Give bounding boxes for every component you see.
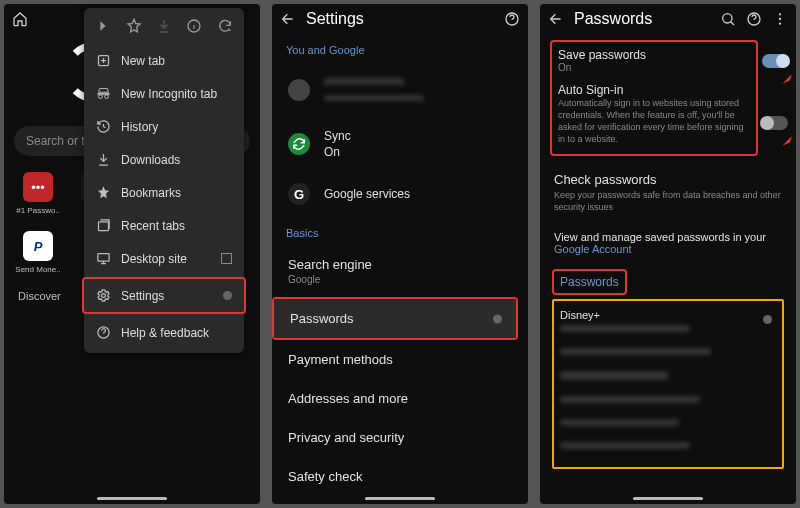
svg-point-7: [723, 14, 732, 23]
svg-rect-3: [98, 254, 109, 262]
more-icon[interactable]: [772, 11, 788, 27]
view-manage-row[interactable]: View and manage saved passwords in your …: [540, 223, 796, 263]
save-passwords-state: On: [558, 62, 750, 73]
saved-password-item[interactable]: [560, 411, 776, 434]
star-icon: [96, 185, 111, 200]
app-label: Send Mone..: [15, 265, 60, 274]
google-services-row[interactable]: G Google services: [272, 171, 528, 217]
passwords-heading: Passwords: [552, 269, 627, 295]
google-icon: G: [288, 183, 310, 205]
payment-methods-row[interactable]: Payment methods: [272, 340, 528, 379]
auto-signin-desc: Automatically sign in to websites using …: [558, 97, 750, 146]
toggle-section-highlight: Save passwords On Auto Sign-in Automatic…: [550, 40, 758, 156]
account-row[interactable]: [272, 62, 528, 117]
passwords-title: Passwords: [574, 10, 652, 28]
menu-quick-actions: [84, 12, 244, 44]
privacy-row[interactable]: Privacy and security: [272, 418, 528, 457]
menu-downloads[interactable]: Downloads: [84, 143, 244, 176]
help-icon[interactable]: [746, 11, 762, 27]
home-indicator: [365, 497, 435, 500]
back-icon[interactable]: [280, 11, 296, 27]
saved-password-item[interactable]: Disney+: [560, 305, 776, 340]
menu-new-incognito[interactable]: New Incognito tab: [84, 77, 244, 110]
saved-passwords-list: Disney+: [552, 299, 784, 469]
section-you-and-google: You and Google: [272, 34, 528, 62]
saved-credential-blurred: [560, 325, 690, 332]
svg-point-10: [779, 18, 781, 20]
row-label: Passwords: [290, 311, 500, 326]
saved-credential-blurred: [560, 442, 690, 449]
menu-label: Bookmarks: [121, 186, 181, 200]
saved-password-item[interactable]: [560, 434, 776, 457]
help-icon: [96, 325, 111, 340]
saved-password-item[interactable]: [560, 388, 776, 411]
sync-row[interactable]: SyncOn: [272, 117, 528, 171]
settings-screen: Settings You and Google SyncOn G Google …: [272, 4, 528, 504]
search-engine-row[interactable]: Search engineGoogle: [272, 245, 528, 297]
star-icon[interactable]: [126, 18, 142, 34]
forward-icon[interactable]: [95, 18, 111, 34]
menu-label: Recent tabs: [121, 219, 185, 233]
menu-new-tab[interactable]: New tab: [84, 44, 244, 77]
row-label: Addresses and more: [288, 391, 512, 406]
row-label: Search engine: [288, 257, 512, 272]
google-account-link[interactable]: Google Account: [554, 243, 632, 255]
menu-help-feedback[interactable]: Help & feedback: [84, 316, 244, 349]
help-icon[interactable]: [504, 11, 520, 27]
gservices-label: Google services: [324, 187, 410, 201]
sync-state: On: [324, 145, 351, 159]
save-passwords-row[interactable]: Save passwords On: [558, 48, 750, 73]
gear-icon: [96, 288, 111, 303]
auto-signin-row[interactable]: Auto Sign-in Automatically sign in to we…: [558, 83, 750, 146]
back-icon[interactable]: [548, 11, 564, 27]
home-indicator: [97, 497, 167, 500]
auto-signin-title: Auto Sign-in: [558, 83, 750, 97]
overflow-menu: New tab New Incognito tab History Downlo…: [84, 8, 244, 353]
passwords-screen: Passwords Save passwords On Auto Sign-in…: [540, 4, 796, 504]
history-icon: [96, 119, 111, 134]
addresses-row[interactable]: Addresses and more: [272, 379, 528, 418]
menu-desktop-site[interactable]: Desktop site: [84, 242, 244, 275]
svg-point-4: [102, 294, 106, 298]
account-email-blurred: [324, 95, 424, 101]
auto-signin-toggle[interactable]: [762, 116, 788, 130]
app-shortcut[interactable]: ••• #1 Passwo..: [18, 172, 58, 215]
menu-history[interactable]: History: [84, 110, 244, 143]
incognito-icon: [96, 86, 111, 101]
menu-label: History: [121, 120, 158, 134]
menu-label: New Incognito tab: [121, 87, 217, 101]
refresh-icon[interactable]: [217, 18, 233, 34]
menu-settings[interactable]: Settings: [84, 279, 244, 312]
menu-bookmarks[interactable]: Bookmarks: [84, 176, 244, 209]
svg-point-11: [779, 23, 781, 25]
annotation-arrow: [780, 134, 794, 151]
desktop-checkbox[interactable]: [221, 253, 232, 264]
section-basics: Basics: [272, 217, 528, 245]
menu-label: New tab: [121, 54, 165, 68]
app-label: #1 Passwo..: [16, 206, 60, 215]
avatar: [288, 79, 310, 101]
download-icon[interactable]: [156, 18, 172, 34]
app-shortcut[interactable]: P Send Mone..: [18, 231, 58, 274]
menu-recent-tabs[interactable]: Recent tabs: [84, 209, 244, 242]
safety-check-row[interactable]: Safety check: [272, 457, 528, 496]
home-icon[interactable]: [12, 11, 28, 27]
saved-password-item[interactable]: [560, 363, 776, 388]
check-passwords-desc: Keep your passwords safe from data breac…: [554, 189, 782, 213]
plus-icon: [96, 53, 111, 68]
info-icon[interactable]: [186, 18, 202, 34]
svg-rect-2: [99, 222, 109, 231]
check-passwords-row[interactable]: Check passwords Keep your passwords safe…: [540, 162, 796, 223]
save-passwords-toggle[interactable]: [762, 54, 788, 68]
menu-label: Help & feedback: [121, 326, 209, 340]
chrome-home-screen: Search or type w ••• #1 Passwo.. Upw Act…: [4, 4, 260, 504]
search-icon[interactable]: [720, 11, 736, 27]
saved-password-item[interactable]: [560, 340, 776, 363]
saved-site-name: Disney+: [560, 309, 776, 321]
view-manage-text: View and manage saved passwords in your …: [554, 231, 782, 255]
passwords-row[interactable]: Passwords: [274, 299, 516, 338]
sync-label: Sync: [324, 129, 351, 143]
account-name-blurred: [324, 78, 404, 85]
settings-title: Settings: [306, 10, 364, 28]
row-sub: Google: [288, 274, 512, 285]
